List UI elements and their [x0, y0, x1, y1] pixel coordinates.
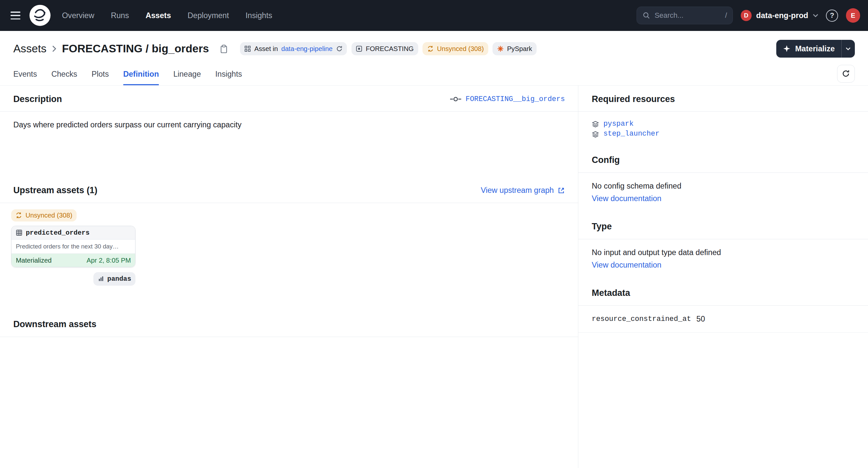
resource-link-label: pyspark [603, 119, 633, 129]
resources-heading: Required resources [592, 94, 675, 104]
sparkle-icon [783, 45, 791, 53]
user-avatar[interactable]: E [846, 8, 861, 23]
page-header: Assets FORECASTING / big_orders Asset in… [0, 31, 868, 58]
help-icon[interactable]: ? [826, 9, 838, 22]
nav-item-deployment[interactable]: Deployment [188, 11, 229, 20]
type-section-header: Type [578, 213, 868, 239]
compute-kind-tag[interactable]: PySpark [493, 42, 536, 55]
compute-kind-label: PySpark [507, 45, 532, 53]
metadata-key: resource_constrained_at [592, 315, 696, 323]
page-title: FORECASTING / big_orders [62, 42, 209, 55]
metadata-table: resource_constrained_at 50 [578, 306, 868, 333]
metadata-value: 50 [696, 315, 705, 323]
materialize-dropdown-button[interactable] [841, 40, 855, 58]
dagster-logo[interactable] [29, 4, 51, 26]
resource-link-step-launcher[interactable]: step_launcher [592, 129, 855, 139]
content-area: Description FORECASTING__big_orders Days… [0, 86, 868, 468]
unsynced-tag-label: Unsynced (308) [437, 45, 484, 53]
asset-card-status-row: Materialized Apr 2, 8:05 PM [11, 254, 135, 267]
asset-key-link[interactable]: FORECASTING__big_orders [450, 95, 565, 103]
sync-icon [427, 46, 434, 52]
type-body: No input and output type data defined Vi… [578, 239, 868, 280]
refresh-small-icon[interactable] [336, 46, 343, 52]
nav-item-overview[interactable]: Overview [62, 11, 94, 20]
metadata-section-header: Metadata [578, 280, 868, 306]
definition-right-column: Required resources pyspark step_launcher [578, 86, 868, 468]
metadata-row: resource_constrained_at 50 [578, 306, 868, 333]
nav-item-insights[interactable]: Insights [246, 11, 272, 20]
nav-item-assets[interactable]: Assets [146, 11, 171, 20]
materialize-button-group: Materialize [776, 40, 855, 58]
tab-bar: Events Checks Plots Definition Lineage I… [0, 64, 868, 86]
bar-chart-icon [98, 276, 104, 282]
resource-link-pyspark[interactable]: pyspark [592, 119, 855, 129]
group-tag-label: FORECASTING [366, 45, 414, 53]
tab-checks[interactable]: Checks [51, 64, 77, 85]
config-view-documentation-link[interactable]: View documentation [592, 194, 661, 203]
deployment-switcher[interactable]: D data-eng-prod [741, 10, 818, 21]
materialized-status-label: Materialized [16, 257, 52, 264]
materialize-button[interactable]: Materialize [776, 40, 841, 58]
layers-icon [592, 131, 599, 138]
search-box[interactable]: / [637, 7, 733, 24]
upstream-unsynced-label: Unsynced (308) [25, 212, 72, 219]
definition-left-column: Description FORECASTING__big_orders Days… [0, 86, 578, 468]
upstream-heading: Upstream assets (1) [13, 185, 97, 196]
nav-right-cluster: / D data-eng-prod ? E [637, 7, 860, 24]
pyspark-icon [497, 46, 504, 52]
upstream-asset-card[interactable]: predicted_orders Predicted orders for th… [11, 226, 136, 267]
breadcrumb-chevron-icon [52, 46, 56, 52]
downstream-heading: Downstream assets [13, 319, 96, 329]
view-upstream-graph-link[interactable]: View upstream graph [481, 186, 565, 195]
materialize-label: Materialize [795, 45, 834, 53]
config-empty-text: No config schema defined [592, 182, 855, 191]
description-heading: Description [13, 94, 62, 104]
resource-link-label: step_launcher [603, 129, 659, 139]
breadcrumb-assets-link[interactable]: Assets [13, 42, 46, 55]
chevron-down-icon [813, 14, 818, 17]
app-window: Overview Runs Assets Deployment Insights… [0, 0, 868, 468]
copy-asset-key-icon[interactable] [220, 45, 228, 53]
upstream-section-header: Upstream assets (1) View upstream graph [0, 177, 578, 203]
asset-card-description: Predicted orders for the next 30 day… [11, 240, 135, 254]
job-icon [244, 46, 251, 52]
job-pipeline-link[interactable]: data-eng-pipeline [281, 45, 332, 53]
asset-card-tag-row: pandas [11, 272, 136, 285]
config-body: No config schema defined View documentat… [578, 173, 868, 213]
search-shortcut-hint: / [725, 11, 727, 20]
nav-item-runs[interactable]: Runs [111, 11, 129, 20]
job-tag-prefix: Asset in [254, 45, 278, 53]
tab-lineage[interactable]: Lineage [173, 64, 201, 85]
view-upstream-graph-label: View upstream graph [481, 186, 554, 195]
metadata-heading: Metadata [592, 288, 630, 298]
primary-nav: Overview Runs Assets Deployment Insights [62, 11, 272, 20]
description-section-header: Description FORECASTING__big_orders [0, 86, 578, 112]
upstream-unsynced-badge[interactable]: Unsynced (308) [11, 209, 77, 222]
description-text: Days where predicted orders surpass our … [0, 112, 578, 177]
resources-section-header: Required resources [578, 86, 868, 112]
search-input[interactable] [655, 11, 710, 20]
asset-group-icon [356, 46, 362, 52]
refresh-button[interactable] [837, 65, 855, 83]
unsynced-tag[interactable]: Unsynced (308) [423, 42, 488, 55]
type-view-documentation-link[interactable]: View documentation [592, 261, 661, 269]
hamburger-menu-icon[interactable] [8, 7, 25, 24]
tab-definition[interactable]: Definition [123, 64, 159, 85]
tab-plots[interactable]: Plots [92, 64, 109, 85]
asset-key-link-label: FORECASTING__big_orders [466, 95, 565, 103]
table-icon [16, 229, 22, 236]
pandas-tag[interactable]: pandas [93, 272, 135, 285]
sync-icon [16, 212, 22, 218]
breadcrumb: Assets FORECASTING / big_orders [13, 42, 227, 55]
materialized-timestamp-link[interactable]: Apr 2, 8:05 PM [87, 257, 131, 264]
asset-tag-row: Asset in data-eng-pipeline FORECASTING U… [240, 42, 536, 55]
external-link-icon [558, 187, 565, 194]
resources-list: pyspark step_launcher [578, 112, 868, 146]
layers-icon [592, 120, 599, 128]
config-heading: Config [592, 155, 620, 165]
tab-insights[interactable]: Insights [215, 64, 242, 85]
asset-node-icon [450, 96, 461, 103]
tab-events[interactable]: Events [13, 64, 37, 85]
group-tag[interactable]: FORECASTING [351, 42, 418, 55]
job-tag: Asset in data-eng-pipeline [240, 42, 347, 55]
